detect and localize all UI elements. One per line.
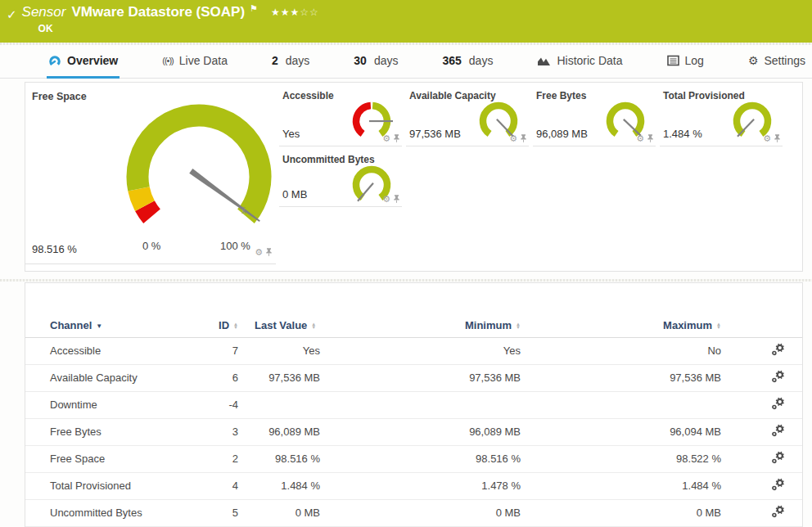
- table-row: Free Space298.516 %98.516 %98.522 %: [25, 445, 802, 472]
- tab-historic-data[interactable]: Historic Data: [535, 45, 624, 79]
- channel-settings-icon[interactable]: [771, 478, 785, 491]
- cell-actions: [721, 418, 802, 445]
- cell-channel[interactable]: Uncommitted Bytes: [25, 499, 189, 526]
- cell-channel[interactable]: Downtime: [25, 391, 189, 418]
- gauge-cell-icons: ⚙: [255, 247, 273, 257]
- stars-empty[interactable]: ☆☆: [300, 7, 319, 18]
- column-header-max[interactable]: Maximum▲▼: [521, 314, 721, 337]
- channel-settings-icon[interactable]: [771, 424, 785, 437]
- cell-channel[interactable]: Accessible: [25, 337, 189, 364]
- cell-last: 1.484 %: [238, 472, 320, 499]
- tab-2-days[interactable]: 2days: [270, 45, 311, 79]
- channel-settings-icon[interactable]: [771, 505, 785, 518]
- gauge-cell-icons: ⚙: [509, 133, 527, 143]
- gear-icon: ⚙: [748, 54, 759, 67]
- cell-max: 97,536 MB: [521, 364, 721, 391]
- tab-label: Settings: [764, 54, 805, 67]
- gauge-value: Yes: [282, 128, 300, 140]
- table-row: Accessible7YesYesNo: [25, 337, 802, 364]
- cell-id: 6: [189, 364, 238, 391]
- sensor-status: OK: [38, 23, 319, 34]
- column-header-min[interactable]: Minimum▲▼: [320, 314, 521, 337]
- small-gauges-grid: AccessibleYes⚙Available Capacity97,536 M…: [279, 83, 783, 207]
- cell-last: 96,089 MB: [238, 418, 320, 445]
- gauge-cell-icons: ⚙: [382, 194, 400, 204]
- cell-last: 97,536 MB: [238, 364, 320, 391]
- gauge-title: Free Space: [32, 91, 87, 102]
- cell-channel[interactable]: Free Space: [25, 445, 189, 472]
- gear-icon[interactable]: ⚙: [509, 134, 517, 142]
- flag-icon[interactable]: ⚑: [250, 3, 258, 14]
- cell-id: 7: [189, 337, 238, 364]
- gear-icon[interactable]: ⚙: [255, 248, 263, 256]
- pin-icon[interactable]: [393, 133, 400, 143]
- tab-overview[interactable]: Overview: [47, 45, 120, 79]
- gear-icon[interactable]: ⚙: [636, 134, 644, 142]
- main-gauge-cell: Free Space 0 % 100 % x̄ 98.516 % ⚙: [25, 83, 276, 264]
- table-row: Uncommitted Bytes50 MB0 MB0 MB: [25, 499, 802, 526]
- cell-last: Yes: [238, 337, 320, 364]
- cell-min: 98.516 %: [320, 445, 521, 472]
- mean-marker: x̄: [241, 205, 246, 215]
- gauge-icon: [48, 55, 61, 67]
- gauge-cell-icons: ⚙: [763, 133, 781, 143]
- sensor-page: ✓ Sensor VMware Datastore (SOAP) ⚑ ★★★☆☆…: [0, 0, 812, 527]
- cell-actions: [721, 391, 802, 418]
- gauge-max-label: 100 %: [220, 240, 250, 252]
- gauge-value: 1.484 %: [663, 128, 702, 140]
- tab-365-days[interactable]: 365days: [440, 45, 494, 79]
- cell-last: 98.516 %: [238, 445, 320, 472]
- channel-settings-icon[interactable]: [771, 343, 785, 356]
- gauge-title: Accessible: [282, 90, 334, 101]
- column-header-last[interactable]: Last Value▲▼: [238, 314, 320, 337]
- cell-channel[interactable]: Free Bytes: [25, 418, 189, 445]
- cell-actions: [721, 472, 802, 499]
- pin-icon[interactable]: [774, 133, 781, 143]
- gauge-cell-total-provisioned: Total Provisioned1.484 %⚙: [660, 83, 783, 146]
- pin-icon[interactable]: [520, 133, 527, 143]
- sensor-titles: Sensor VMware Datastore (SOAP) ⚑ ★★★☆☆ O…: [22, 4, 319, 43]
- gauge-value: 0 MB: [282, 188, 307, 200]
- tab-label: days: [286, 54, 310, 67]
- divider-texture: [0, 279, 812, 282]
- sort-icon: ▲▼: [516, 322, 521, 329]
- cell-channel[interactable]: Total Provisioned: [25, 472, 189, 499]
- priority-stars[interactable]: ★★★☆☆: [271, 7, 319, 18]
- cell-min: 1.478 %: [320, 472, 521, 499]
- cell-id: 5: [189, 499, 238, 526]
- sensor-title: VMware Datastore (SOAP): [71, 4, 245, 20]
- pin-icon[interactable]: [265, 247, 273, 257]
- pin-icon[interactable]: [647, 133, 654, 143]
- stars-filled[interactable]: ★★★: [271, 7, 300, 18]
- tab-30-days[interactable]: 30days: [352, 45, 399, 79]
- cell-id: 4: [189, 472, 238, 499]
- pin-icon[interactable]: [393, 194, 400, 204]
- cell-actions: [721, 337, 802, 364]
- cell-actions: [721, 364, 802, 391]
- gear-icon[interactable]: ⚙: [763, 134, 771, 142]
- status-check-icon: ✓: [7, 7, 17, 43]
- column-header-id[interactable]: ID▲▼: [189, 314, 238, 337]
- channel-settings-icon[interactable]: [771, 397, 785, 410]
- table-row: Downtime-4: [25, 391, 802, 418]
- tab-settings[interactable]: ⚙Settings: [747, 45, 807, 79]
- tab-label: Live Data: [179, 54, 228, 67]
- tabbar: Overview((•))Live Data2days30days365days…: [0, 45, 812, 79]
- cell-min: 97,536 MB: [320, 364, 521, 391]
- channel-settings-icon[interactable]: [771, 451, 785, 464]
- tab-log[interactable]: Log: [665, 45, 706, 79]
- cell-max: [521, 391, 721, 418]
- cell-channel[interactable]: Available Capacity: [25, 364, 189, 391]
- gauge-cell-uncommitted-bytes: Uncommitted Bytes0 MB⚙: [279, 146, 402, 207]
- column-header-channel[interactable]: Channel▼: [25, 314, 189, 337]
- table-header-row: Channel▼ID▲▼Last Value▲▼Minimum▲▼Maximum…: [25, 314, 802, 337]
- table-row: Available Capacity697,536 MB97,536 MB97,…: [25, 364, 802, 391]
- tab-live-data[interactable]: ((•))Live Data: [160, 45, 229, 79]
- gear-icon[interactable]: ⚙: [382, 134, 390, 142]
- cell-max: 98.522 %: [521, 445, 721, 472]
- tab-label: Historic Data: [557, 54, 622, 67]
- free-space-gauge: [102, 92, 276, 252]
- channel-settings-icon[interactable]: [771, 370, 785, 383]
- gear-icon[interactable]: ⚙: [382, 195, 390, 203]
- gauges-panel: Free Space 0 % 100 % x̄ 98.516 % ⚙ Acces…: [25, 82, 803, 272]
